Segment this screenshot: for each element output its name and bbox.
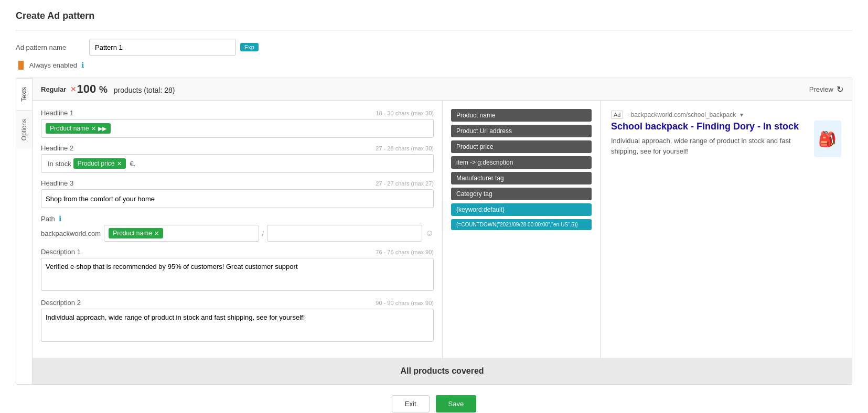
page-title: Create Ad pattern — [16, 10, 852, 21]
ad-label-badge: Ad — [611, 111, 623, 119]
desc1-textarea[interactable]: Verified e-shop that is recommended by 9… — [41, 258, 434, 291]
ad-pattern-name-label: Ad pattern name — [16, 44, 89, 51]
tag-category-btn[interactable]: Category tag — [451, 188, 592, 200]
bottom-buttons: Exit Save — [16, 385, 852, 413]
vtab-texts[interactable]: Texts — [16, 78, 32, 110]
desc2-label: Description 2 — [41, 299, 81, 307]
form-panel: Headline 1 18 - 30 chars (max 30) Produc… — [33, 101, 443, 358]
desc2-meta: 90 - 90 chars (max 90) — [376, 300, 434, 306]
path-text-input1[interactable] — [165, 230, 254, 237]
path-domain: backpackworld.com — [41, 230, 101, 237]
headline2-text-input[interactable] — [137, 160, 429, 168]
preview-panel: Ad · backpackworld.com/school_backpack ▾… — [600, 101, 852, 358]
headline1-input-row[interactable]: Product name ✕ ▶▶ — [41, 119, 434, 138]
path-field: Path ℹ backpackworld.com Product name ✕ — [41, 214, 434, 242]
headline2-field: Headline 2 27 - 28 chars (max 30) In sto… — [41, 144, 434, 173]
headline2-meta: 27 - 28 chars (max 30) — [376, 145, 434, 151]
path-label: Path ℹ — [41, 214, 61, 223]
path-input2-row[interactable] — [267, 225, 422, 242]
tab-close-icon[interactable]: ✕ — [70, 85, 77, 93]
tags-panel: Product name Product Url address Product… — [443, 101, 600, 358]
path-input1-row[interactable]: Product name ✕ — [104, 225, 259, 242]
tag-product-url-btn[interactable]: Product Url address — [451, 125, 592, 137]
headline3-input-row[interactable] — [41, 189, 434, 208]
preview-domain: backpackworld.com/school_backpack — [630, 111, 736, 118]
vertical-tabs: Texts Options — [16, 78, 33, 384]
all-products-bar: All products covered — [33, 358, 852, 384]
ad-pattern-name-row: Ad pattern name Exp — [16, 39, 852, 56]
tag-manufacturer-btn[interactable]: Manufacturer tag — [451, 172, 592, 184]
ad-text-content: School backpack - Finding Dory - In stoc… — [611, 121, 806, 156]
ad-image: 🎒 — [814, 121, 841, 157]
always-enabled-label: Always enabled — [29, 61, 77, 69]
refresh-icon[interactable]: ↻ — [837, 84, 843, 94]
headline3-label: Headline 3 — [41, 179, 73, 187]
main-section: Texts Options Regular ✕ 100 % products (… — [16, 78, 852, 385]
backpack-image: 🎒 — [818, 131, 837, 148]
tag-label: Product price — [78, 160, 115, 167]
headline2-product-price-tag[interactable]: Product price ✕ — [73, 158, 126, 169]
desc1-label: Description 1 — [41, 248, 81, 256]
save-button[interactable]: Save — [436, 395, 477, 412]
tag-label: Product name — [50, 125, 89, 132]
exit-button[interactable]: Exit — [392, 395, 430, 412]
ad-title: School backpack - Finding Dory - In stoc… — [611, 121, 806, 133]
headline1-text-input[interactable] — [113, 125, 429, 133]
preview-label: Preview — [809, 85, 833, 93]
ad-source: Ad · backpackworld.com/school_backpack ▾ — [611, 111, 841, 118]
path-row: backpackworld.com Product name ✕ / — [41, 225, 434, 242]
headline1-field: Headline 1 18 - 30 chars (max 30) Produc… — [41, 109, 434, 138]
ad-preview-content: School backpack - Finding Dory - In stoc… — [611, 121, 841, 157]
tag-product-name-btn[interactable]: Product name — [451, 109, 592, 122]
tag-arrow-icon[interactable]: ▶▶ — [98, 125, 106, 132]
exp-badge: Exp — [240, 43, 259, 51]
headline3-field: Headline 3 27 - 27 chars (max 27) — [41, 179, 434, 208]
always-enabled-row: ▐▌ Always enabled ℹ — [16, 61, 852, 69]
tag-close-icon[interactable]: ✕ — [91, 125, 96, 132]
headline1-product-name-tag[interactable]: Product name ✕ ▶▶ — [46, 123, 111, 134]
headline2-suffix: €. — [130, 160, 136, 168]
top-bar: Regular ✕ 100 % products (total: 28) Pre… — [33, 78, 852, 101]
info-icon[interactable]: ℹ — [81, 61, 84, 69]
headline1-label: Headline 1 — [41, 109, 73, 117]
path-info-icon[interactable]: ℹ — [59, 214, 61, 223]
headline2-label: Headline 2 — [41, 144, 73, 152]
headline3-text-input[interactable] — [46, 195, 429, 203]
ad-description: Individual approach, wide range of produ… — [611, 136, 806, 156]
tag-product-price-btn[interactable]: Product price — [451, 140, 592, 153]
ad-pattern-name-input[interactable] — [89, 39, 236, 56]
headline3-meta: 27 - 27 chars (max 27) — [376, 180, 434, 187]
tag-label: Product name — [113, 230, 152, 237]
tag-close-icon[interactable]: ✕ — [117, 160, 122, 167]
path-product-name-tag[interactable]: Product name ✕ — [109, 228, 163, 238]
tag-item-description-btn[interactable]: item -> g:description — [451, 156, 592, 169]
path-slash: / — [262, 230, 264, 237]
headline2-prefix: In stock — [48, 160, 71, 168]
tag-close-icon[interactable]: ✕ — [154, 230, 159, 237]
coverage-unit: % — [99, 84, 108, 95]
desc1-meta: 76 - 76 chars (max 90) — [376, 249, 434, 255]
desc2-field: Description 2 90 - 90 chars (max 90) Ind… — [41, 299, 434, 343]
products-total: products (total: 28) — [114, 86, 175, 94]
tag-countdown-btn[interactable]: {=COUNTDOWN("2021/09/28 00:00:00","en-US… — [451, 219, 592, 230]
coverage-info: 100 % products (total: 28) — [77, 82, 175, 96]
coverage-percent: 100 — [77, 82, 96, 95]
headline2-input-row[interactable]: In stock Product price ✕ €. — [41, 154, 434, 173]
desc1-field: Description 1 76 - 76 chars (max 90) Ver… — [41, 248, 434, 292]
tag-keyword-btn[interactable]: {keyword:default} — [451, 203, 592, 216]
vtab-options[interactable]: Options — [16, 110, 32, 149]
tab-regular-label: Regular — [41, 85, 66, 93]
dropdown-icon[interactable]: ▾ — [740, 111, 743, 118]
bar-chart-icon: ▐▌ — [16, 61, 26, 69]
desc2-textarea[interactable]: Individual approach, wide range of produ… — [41, 309, 434, 342]
emoji-icon[interactable]: ☺ — [425, 229, 434, 238]
path-text-input2[interactable] — [272, 230, 417, 237]
content-area: Headline 1 18 - 30 chars (max 30) Produc… — [33, 101, 852, 358]
headline1-meta: 18 - 30 chars (max 30) — [376, 110, 434, 116]
